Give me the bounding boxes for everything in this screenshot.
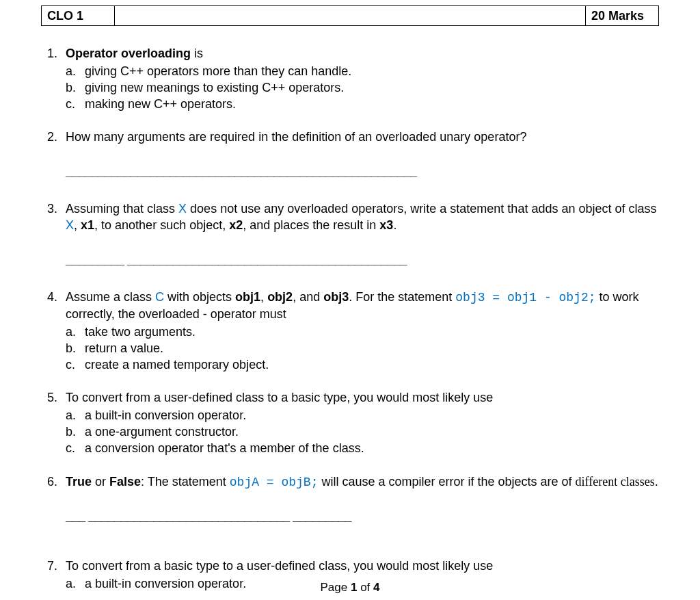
- option-text: return a value.: [85, 340, 163, 356]
- text: with objects: [164, 290, 235, 304]
- footer-text: Page: [321, 581, 351, 594]
- question-body: To convert from a user-defined class to …: [66, 389, 659, 456]
- question-6: 6. True or False: The statement objA = o…: [44, 473, 659, 527]
- var-name: x3: [379, 218, 393, 232]
- question-number: 1.: [44, 45, 66, 112]
- option-text: a built-in conversion operator.: [85, 407, 246, 423]
- text: Assume a class: [66, 290, 155, 304]
- question-2: 2. How many arguments are required in th…: [44, 129, 659, 181]
- text: ,: [74, 218, 81, 232]
- text: will cause a compiler error if the objec…: [318, 475, 575, 488]
- text: , to another such object,: [94, 218, 229, 232]
- option-letter: b.: [66, 340, 85, 356]
- question-text: Assume a class C with objects obj1, obj2…: [66, 289, 659, 323]
- question-body: Assuming that class X does not use any o…: [66, 200, 659, 270]
- text-alt: different classes: [576, 475, 655, 488]
- page-current: 1: [351, 581, 357, 594]
- question-list: 1. Operator overloading is a. giving C++…: [44, 45, 659, 592]
- option-text: giving new meanings to existing C++ oper…: [85, 79, 344, 96]
- text: is: [191, 47, 203, 60]
- option-letter: c.: [66, 96, 85, 112]
- option-c: c. a conversion operator that's a member…: [66, 440, 659, 456]
- answer-blank: ___ _______________________________ ____…: [66, 508, 659, 525]
- var-name: obj2: [267, 290, 293, 304]
- text: .: [655, 475, 658, 488]
- options: a. take two arguments. b. return a value…: [66, 324, 659, 374]
- question-3: 3. Assuming that class X does not use an…: [44, 200, 659, 270]
- option-text: making new C++ operators.: [85, 96, 236, 112]
- question-body: Assume a class C with objects obj1, obj2…: [66, 289, 659, 373]
- var-name: x2: [229, 218, 243, 232]
- question-text: To convert from a user-defined class to …: [66, 389, 659, 406]
- option-text: a one-argument constructor.: [85, 423, 239, 440]
- option-text: take two arguments.: [85, 324, 196, 340]
- var-name: obj3: [323, 290, 349, 304]
- option-letter: c.: [66, 356, 85, 373]
- option-letter: c.: [66, 440, 85, 456]
- exam-page: CLO 1 20 Marks 1. Operator overloading i…: [0, 0, 700, 592]
- option-a: a. take two arguments.: [66, 324, 659, 340]
- footer-text: of: [357, 581, 373, 594]
- options: a. giving C++ operators more than they c…: [66, 63, 659, 113]
- option-b: b. a one-argument constructor.: [66, 423, 659, 440]
- text: : The statement: [141, 475, 230, 488]
- question-text: How many arguments are required in the d…: [66, 129, 659, 145]
- text: . For the statement: [349, 290, 455, 304]
- question-text: Operator overloading is: [66, 45, 659, 62]
- question-5: 5. To convert from a user-defined class …: [44, 389, 659, 456]
- header-clo: CLO 1: [41, 5, 115, 26]
- var-name: x1: [81, 218, 94, 232]
- header-marks: 20 Marks: [585, 5, 659, 26]
- text: Assuming that class: [66, 202, 178, 216]
- question-number: 3.: [44, 200, 66, 270]
- class-name: X: [178, 202, 187, 216]
- option-a: a. a built-in conversion operator.: [66, 407, 659, 423]
- answer-blank: ________________________________________…: [66, 164, 659, 180]
- option-b: b. giving new meanings to existing C++ o…: [66, 79, 659, 96]
- page-footer: Page 1 of 4: [0, 580, 700, 596]
- class-name: X: [66, 218, 74, 232]
- text-bold: True: [66, 475, 92, 488]
- class-name: C: [155, 290, 164, 304]
- code-inline: objA = objB;: [230, 475, 319, 489]
- question-4: 4. Assume a class C with objects obj1, o…: [44, 289, 659, 373]
- text-bold: False: [109, 475, 141, 488]
- text: , and: [293, 290, 323, 304]
- question-body: True or False: The statement objA = objB…: [66, 473, 659, 527]
- option-letter: b.: [66, 79, 85, 96]
- question-text: Assuming that class X does not use any o…: [66, 200, 659, 234]
- option-letter: a.: [66, 407, 85, 423]
- options: a. a built-in conversion operator. b. a …: [66, 407, 659, 457]
- question-1: 1. Operator overloading is a. giving C++…: [44, 45, 659, 112]
- text: , and places the result in: [243, 218, 379, 232]
- var-name: obj1: [235, 290, 260, 304]
- text: .: [393, 218, 396, 232]
- option-letter: a.: [66, 63, 85, 79]
- page-total: 4: [373, 581, 379, 594]
- option-letter: a.: [66, 324, 85, 340]
- header-box: CLO 1 20 Marks: [41, 5, 659, 26]
- header-spacer: [115, 5, 585, 26]
- question-body: How many arguments are required in the d…: [66, 129, 659, 181]
- option-text: giving C++ operators more than they can …: [85, 63, 351, 79]
- option-a: a. giving C++ operators more than they c…: [66, 63, 659, 79]
- answer-blank: _________ ______________________________…: [66, 252, 659, 268]
- text: ,: [260, 290, 267, 304]
- text: or: [92, 475, 109, 488]
- code-inline: obj3 = obj1 - obj2;: [455, 291, 595, 304]
- option-text: create a named temporary object.: [85, 356, 269, 373]
- option-c: c. create a named temporary object.: [66, 356, 659, 373]
- text: does not use any overloaded operators, w…: [187, 202, 656, 216]
- question-text: True or False: The statement objA = objB…: [66, 473, 659, 491]
- term-bold: Operator overloading: [66, 47, 191, 60]
- question-number: 4.: [44, 289, 66, 373]
- question-number: 2.: [44, 129, 66, 181]
- question-body: Operator overloading is a. giving C++ op…: [66, 45, 659, 112]
- question-text: To convert from a basic type to a user-d…: [66, 558, 659, 574]
- option-b: b. return a value.: [66, 340, 659, 356]
- option-c: c. making new C++ operators.: [66, 96, 659, 112]
- option-text: a conversion operator that's a member of…: [85, 440, 364, 456]
- question-number: 5.: [44, 389, 66, 456]
- option-letter: b.: [66, 423, 85, 440]
- question-number: 6.: [44, 473, 66, 527]
